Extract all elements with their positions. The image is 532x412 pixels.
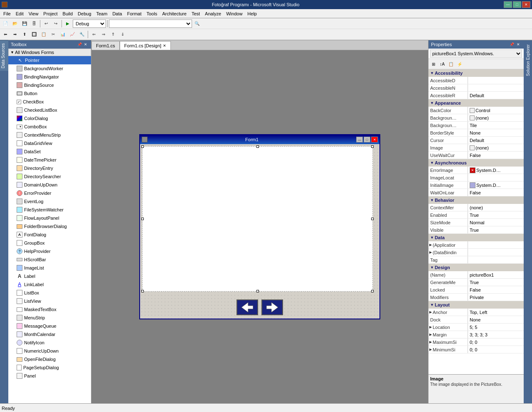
toolbox-item-monthcalendar[interactable]: MonthCalendar — [8, 330, 91, 338]
data-sources-tab[interactable]: Data Sources — [0, 40, 8, 71]
prop-tag-value[interactable] — [468, 256, 524, 263]
form-close-btn[interactable]: ✕ — [371, 137, 378, 142]
toolbox-item-linklabel[interactable]: A LinkLabel — [8, 280, 91, 289]
prop-generatemember-value[interactable]: True — [468, 279, 524, 286]
toolbox-item-groupbox[interactable]: GroupBox — [8, 239, 91, 247]
toolbox-item-messagequeue[interactable]: MessageQueue — [8, 322, 91, 330]
selection-handle-mr[interactable] — [371, 218, 374, 220]
prop-dock-value[interactable]: None — [468, 316, 524, 323]
toolbox-item-pointer[interactable]: ↖ Pointer — [8, 56, 91, 64]
prop-waitonload-value[interactable]: False — [468, 189, 524, 196]
toolbox-item-listbox[interactable]: ListBox — [8, 289, 91, 297]
selection-handle-tc[interactable] — [256, 145, 259, 148]
props-events-btn[interactable]: ⚡ — [456, 60, 464, 68]
menu-data[interactable]: Data — [110, 10, 124, 17]
toolbox-item-hscrollbar[interactable]: HScrollBar — [8, 255, 91, 264]
toolbox-item-bindingsource[interactable]: BindingSource — [8, 81, 91, 89]
prop-applicationbindings-value[interactable] — [468, 241, 524, 248]
menu-view[interactable]: View — [26, 10, 41, 17]
tb-new[interactable]: 📄 — [1, 19, 10, 28]
prop-backcolor-value[interactable]: Control — [468, 107, 524, 114]
toolbox-item-imagelist[interactable]: ImageList — [8, 264, 91, 272]
toolbox-item-folderbrowserdialog[interactable]: FolderBrowserDialog — [8, 222, 91, 231]
section-data[interactable]: ▼ Data — [429, 234, 524, 241]
toolbox-item-openfiledialog[interactable]: OpenFileDialog — [8, 355, 91, 363]
toolbox-item-domainupdown[interactable]: DomainUpDown — [8, 181, 91, 189]
toolbox-item-filesystemwatcher[interactable]: FileSystemWatcher — [8, 206, 91, 214]
prop-location-value[interactable]: 5; 5 — [468, 324, 524, 331]
selection-handle-bc[interactable] — [256, 290, 259, 292]
prop-image-value[interactable]: (none) — [468, 144, 524, 151]
selection-handle-tr[interactable] — [371, 145, 374, 148]
tab-close-icon[interactable]: ✕ — [163, 44, 166, 48]
form-maximize-btn[interactable]: □ — [364, 137, 370, 142]
menu-edit[interactable]: Edit — [13, 10, 26, 17]
toolbox-item-combobox[interactable]: ▼ ComboBox — [8, 123, 91, 131]
tb2-5[interactable]: 📋 — [39, 30, 48, 39]
toolbox-category-all-windows-forms[interactable]: ▼ All Windows Forms — [8, 49, 91, 56]
prop-bgimagelayout-value[interactable]: Tile — [468, 122, 524, 129]
tb2-13[interactable]: ⇓ — [118, 30, 127, 39]
props-alphabetical-btn[interactable]: ↕A — [438, 60, 446, 68]
maximumsize-expand[interactable]: ▶ — [429, 340, 432, 344]
toolbox-item-datagridview[interactable]: DataGridView — [8, 139, 91, 147]
toolbox-item-dataset[interactable]: DataSet — [8, 147, 91, 156]
menu-window[interactable]: Window — [224, 10, 245, 17]
toolbox-item-listview[interactable]: ListView — [8, 297, 91, 305]
prop-errorimage-value[interactable]: ✕ System.D… — [468, 167, 524, 174]
menu-analyze[interactable]: Analyze — [202, 10, 224, 17]
location-expand[interactable]: ▶ — [429, 325, 432, 329]
prop-cursor-value[interactable]: Default — [468, 137, 524, 144]
tb2-1[interactable]: ⬅ — [1, 30, 10, 39]
menu-format[interactable]: Format — [125, 10, 144, 17]
toolbox-item-button[interactable]: Button — [8, 89, 91, 98]
tb-start[interactable]: ▶ — [63, 19, 72, 28]
toolbox-item-flowlayoutpanel[interactable]: FlowLayoutPanel — [8, 214, 91, 222]
prop-databindings-value[interactable] — [468, 249, 524, 256]
margin-expand[interactable]: ▶ — [429, 333, 432, 336]
tb-save[interactable]: 💾 — [20, 19, 29, 28]
section-behavior[interactable]: ▼ Behavior — [429, 196, 524, 204]
prop-usewaitcursor-value[interactable]: False — [468, 152, 524, 159]
picturebox[interactable] — [142, 146, 373, 292]
toolbox-item-backgroundworker[interactable]: BackgroundWorker — [8, 64, 91, 73]
prop-visible-value[interactable]: True — [468, 226, 524, 233]
toolbox-item-panel[interactable]: Panel — [8, 372, 91, 380]
prop-bgimage-value[interactable]: (none) — [468, 114, 524, 121]
menu-help[interactable]: Help — [245, 10, 259, 17]
toolbox-item-directoryentry[interactable]: DirectoryEntry — [8, 164, 91, 172]
toolbox-item-directorysearcher[interactable]: DirectorySearcher — [8, 172, 91, 181]
selection-handle-tl[interactable] — [141, 145, 144, 148]
toolbox-pin[interactable]: 📌 — [76, 42, 82, 47]
toolbox-item-bindingnavigator[interactable]: BindingNavigator — [8, 73, 91, 81]
solution-explorer-tab[interactable]: Solution Explorer — [525, 41, 531, 79]
selection-handle-bl[interactable] — [141, 290, 144, 292]
prop-accessiblen-value[interactable] — [468, 84, 524, 91]
databindings-expand[interactable]: ▶ — [429, 250, 432, 254]
menu-team[interactable]: Team — [94, 10, 110, 17]
applicationbindings-expand[interactable]: ▶ — [429, 243, 432, 247]
menu-debug[interactable]: Debug — [75, 10, 94, 17]
toolbox-item-fontdialog[interactable]: A FontDialog — [8, 231, 91, 239]
menu-file[interactable]: File — [1, 10, 13, 17]
prop-accessibled-value[interactable] — [468, 77, 524, 84]
toolbox-item-notifyicon[interactable]: NotifyIcon — [8, 338, 91, 347]
tb2-7[interactable]: 📊 — [58, 30, 67, 39]
tb-more[interactable]: 🔍 — [192, 19, 202, 28]
anchor-expand[interactable]: ▶ — [429, 310, 432, 314]
toolbox-item-maskedtextbox[interactable]: MaskedTextBox — [8, 305, 91, 314]
tb2-3[interactable]: ⬆ — [20, 30, 29, 39]
forward-button[interactable] — [261, 299, 283, 315]
menu-build[interactable]: Build — [60, 10, 75, 17]
prop-modifiers-value[interactable]: Private — [468, 294, 524, 301]
prop-borderstyle-value[interactable]: None — [468, 129, 524, 136]
section-appearance[interactable]: ▼ Appearance — [429, 99, 524, 107]
toolbox-item-pagesetupdialog[interactable]: PageSetupDialog — [8, 363, 91, 372]
selection-handle-br[interactable] — [371, 290, 374, 292]
menu-architecture[interactable]: Architecture — [160, 10, 189, 17]
tb-redo[interactable]: ↪ — [51, 19, 60, 28]
properties-object-dropdown[interactable]: pictureBox1 System.Windows. — [430, 49, 522, 58]
tb2-6[interactable]: ✂ — [49, 30, 58, 39]
close-button[interactable]: ✕ — [522, 1, 530, 8]
tab-form1cs[interactable]: Form1.cs — [91, 41, 120, 50]
